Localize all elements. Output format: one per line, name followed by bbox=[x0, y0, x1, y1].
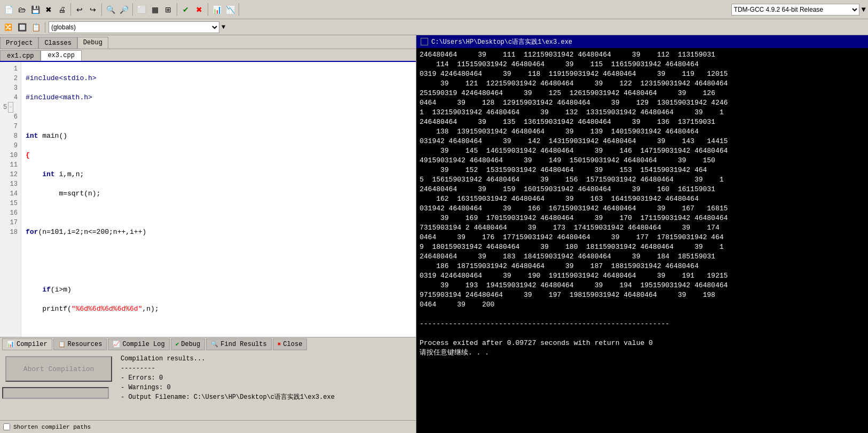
search-tools: 🔍 🔎 bbox=[104, 3, 133, 16]
close-tab-icon: ✖ bbox=[278, 341, 281, 348]
code-line-3 bbox=[26, 112, 412, 122]
run-tools: ✔ ✖ bbox=[179, 3, 208, 16]
compilation-output: - Output Filename: C:\Users\HP\Desktop\c… bbox=[121, 392, 413, 402]
abort-compilation-button[interactable]: Abort Compilation bbox=[5, 356, 112, 382]
nav-tabs: Project Classes Debug bbox=[0, 35, 416, 49]
tab-classes[interactable]: Classes bbox=[38, 37, 77, 49]
compilation-errors: - Errors: 0 bbox=[121, 373, 413, 383]
code-content[interactable]: #include<stdio.h> #include<math.h> int m… bbox=[21, 62, 416, 337]
main-container: Project Classes Debug ex1.cpp ex3.cpp 1 … bbox=[0, 35, 868, 433]
console-titlebar: C:\Users\HP\Desktop\c语言实践1\ex3.exe bbox=[416, 35, 868, 48]
file-tools: 📄 🗁 💾 ✖ 🖨 bbox=[2, 3, 71, 16]
code-editor[interactable]: 1 2 3 4 5 − 6 7 8 9 10 11 12 13 14 15 16… bbox=[0, 62, 416, 337]
close-file-btn[interactable]: ✖ bbox=[42, 3, 55, 16]
code-line-10 bbox=[26, 247, 412, 256]
nav-btn[interactable]: 🔀 bbox=[2, 21, 14, 33]
bottom-tab-compilelog[interactable]: 📈 Compile Log bbox=[108, 338, 169, 350]
view-tools: ⬜ ▦ ⊞ bbox=[135, 3, 177, 16]
file-tab-ex1[interactable]: ex1.cpp bbox=[0, 50, 41, 61]
code-line-13: printf("%6d%6d%6d%6d%6d",n); bbox=[26, 304, 412, 314]
stop-btn[interactable]: ✖ bbox=[193, 3, 206, 16]
toggle-panel-btn[interactable]: ⬜ bbox=[135, 3, 148, 16]
undo-btn[interactable]: ↩ bbox=[73, 3, 86, 16]
bottom-content: Abort Compilation Compilation results...… bbox=[0, 351, 416, 420]
file-tabs: ex1.cpp ex3.cpp bbox=[0, 49, 416, 62]
scope-dropdown-icon: ▼ bbox=[222, 23, 225, 31]
code-line-12: if(i>m) bbox=[26, 285, 412, 295]
bottom-tabs-bar: 📊 Compiler 📋 Resources 📈 Compile Log ✔ D… bbox=[0, 337, 416, 351]
code-line-8 bbox=[26, 208, 412, 218]
code-line-14 bbox=[26, 324, 412, 333]
code-line-4: int main() bbox=[26, 131, 412, 141]
bottom-tab-debug[interactable]: ✔ Debug bbox=[171, 338, 206, 350]
left-panel: Project Classes Debug ex1.cpp ex3.cpp 1 … bbox=[0, 35, 416, 433]
progress-bar bbox=[2, 387, 109, 399]
open-btn[interactable]: 🗁 bbox=[15, 3, 28, 16]
resources-icon: 📋 bbox=[58, 341, 66, 348]
console-panel: C:\Users\HP\Desktop\c语言实践1\ex3.exe 24648… bbox=[416, 35, 868, 433]
separator bbox=[45, 22, 45, 33]
findresults-icon: 🔍 bbox=[211, 341, 218, 348]
code-line-6: int i,m,n; bbox=[26, 170, 412, 179]
chart-btn[interactable]: 📊 bbox=[210, 3, 223, 16]
find-btn[interactable]: 🔍 bbox=[104, 3, 117, 16]
file-tab-ex3[interactable]: ex3.cpp bbox=[41, 50, 81, 61]
line-numbers: 1 2 3 4 5 − 6 7 8 9 10 11 12 13 14 15 16… bbox=[0, 62, 21, 337]
window-btn[interactable]: ▦ bbox=[148, 3, 161, 16]
compiler-icon: 📊 bbox=[7, 341, 14, 348]
bottom-tab-resources[interactable]: 📋 Resources bbox=[53, 338, 107, 350]
bottom-tab-findresults[interactable]: 🔍 Find Results bbox=[206, 338, 271, 350]
new-file-btn[interactable]: 📄 bbox=[2, 3, 15, 16]
compilation-separator: --------- bbox=[121, 364, 413, 373]
compilation-results: Compilation results... --------- - Error… bbox=[117, 351, 416, 420]
chart2-btn[interactable]: 📉 bbox=[224, 3, 236, 16]
compilation-header: Compilation results... bbox=[121, 354, 413, 364]
scope-select[interactable]: (globals) bbox=[49, 21, 219, 33]
compiler-select[interactable]: TDM-GCC 4.9.2 64-bit Release bbox=[731, 4, 859, 15]
code-line-9: for(n=101,i=2;n<=200;n++,i++) bbox=[26, 227, 412, 237]
compiler-select-wrapper: TDM-GCC 4.9.2 64-bit Release ▼ bbox=[731, 4, 866, 15]
toolbar-row1: 📄 🗁 💾 ✖ 🖨 ↩ ↪ 🔍 🔎 ⬜ ▦ ⊞ ✔ ✖ 📊 📉 TDM-GCC … bbox=[0, 0, 868, 19]
code-line-5: { bbox=[26, 151, 412, 160]
check-btn[interactable]: ✔ bbox=[179, 3, 192, 16]
edit-tools: ↩ ↪ bbox=[73, 3, 102, 16]
tab-project[interactable]: Project bbox=[0, 37, 38, 49]
nav-btn2[interactable]: 🔲 bbox=[16, 21, 28, 33]
console-title: C:\Users\HP\Desktop\c语言实践1\ex3.exe bbox=[431, 37, 572, 46]
compiler-dropdown-icon: ▼ bbox=[862, 5, 866, 14]
code-line-11 bbox=[26, 266, 412, 275]
code-line-2: #include<math.h> bbox=[26, 93, 412, 103]
debug-tools: 📊 📉 bbox=[210, 3, 239, 16]
layout-btn[interactable]: ⊞ bbox=[162, 3, 175, 16]
console-icon bbox=[421, 38, 428, 45]
bottom-status-bar: Shorten compiler paths bbox=[0, 420, 416, 433]
bottom-tab-compiler[interactable]: 📊 Compiler bbox=[2, 338, 52, 350]
abort-area: Abort Compilation bbox=[0, 351, 117, 420]
replace-btn[interactable]: 🔎 bbox=[117, 3, 130, 16]
shorten-paths-checkbox[interactable] bbox=[3, 423, 10, 430]
tab-debug[interactable]: Debug bbox=[77, 37, 108, 49]
print-btn[interactable]: 🖨 bbox=[56, 3, 68, 16]
redo-btn[interactable]: ↪ bbox=[86, 3, 99, 16]
save-btn[interactable]: 💾 bbox=[29, 3, 42, 16]
console-output: 246480464 39 111 112159031942 46480464 3… bbox=[416, 48, 868, 433]
toolbar-row2: 🔀 🔲 📋 (globals) ▼ bbox=[0, 19, 868, 35]
nav-btn3[interactable]: 📋 bbox=[30, 21, 42, 33]
compilelog-icon: 📈 bbox=[113, 341, 120, 348]
compilation-warnings: - Warnings: 0 bbox=[121, 383, 413, 392]
code-line-1: #include<stdio.h> bbox=[26, 74, 412, 83]
code-line-7: m=sqrt(n); bbox=[26, 189, 412, 199]
debug-tab-icon: ✔ bbox=[176, 341, 179, 348]
bottom-tab-close[interactable]: ✖ Close bbox=[273, 338, 307, 350]
